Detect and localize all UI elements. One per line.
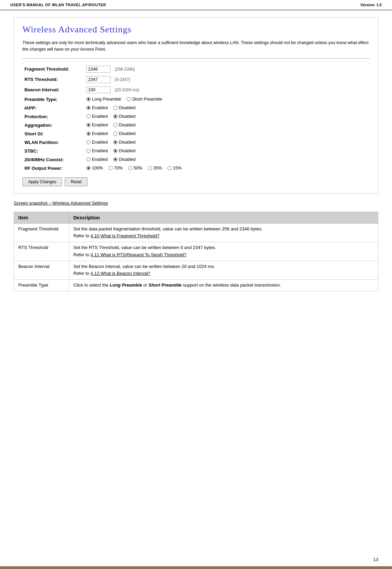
wlan-partition-disabled-radio[interactable]	[113, 140, 117, 144]
aggregation-disabled-label: Disabled	[119, 123, 136, 127]
beacon-interval-input-cell	[84, 85, 113, 95]
preamble-short-radio[interactable]	[127, 97, 131, 101]
beacon-link[interactable]: 4.12 What is Beacon Interval?	[91, 271, 150, 276]
rf-power-100-radio[interactable]	[86, 166, 91, 170]
preamble-short-label: Short Preamble	[132, 97, 162, 102]
short-gi-disabled-option[interactable]: Disabled	[113, 131, 136, 136]
apply-changes-button[interactable]: Apply Changes	[22, 177, 62, 186]
page-header: USER'S MANUAL OF WLAN TRAVEL AP/ROUTER V…	[0, 0, 392, 10]
screenshot-caption[interactable]: Screen snapshot – Wireless Advanced Sett…	[14, 200, 108, 206]
preamble-long-option[interactable]: Long Preamble	[86, 97, 121, 102]
stbc-disabled-label: Disabled	[119, 148, 136, 153]
short-gi-enabled-option[interactable]: Enabled	[86, 131, 108, 136]
protection-label: Protection:	[22, 112, 84, 121]
wlan-partition-enabled-radio[interactable]	[86, 140, 91, 144]
rf-power-100-option[interactable]: 100%	[86, 166, 103, 170]
short-preamble-text: Short Preamble	[148, 282, 182, 288]
preamble-short-option[interactable]: Short Preamble	[127, 97, 162, 102]
rf-power-50-option[interactable]: 50%	[128, 166, 142, 170]
table-row: RTS Threshold Set the RTS Threshold, val…	[14, 242, 378, 261]
rf-power-35-option[interactable]: 35%	[148, 166, 162, 170]
table-row: Beacon Interval Set the Beacon Interval,…	[14, 261, 378, 280]
aggregation-enabled-radio[interactable]	[86, 123, 91, 127]
table-header-item: Item	[14, 212, 69, 223]
aggregation-enabled-option[interactable]: Enabled	[86, 123, 108, 127]
preamble-long-label: Long Preamble	[92, 97, 121, 102]
rf-power-15-option[interactable]: 15%	[167, 166, 182, 170]
coexist-enabled-option[interactable]: Enabled	[86, 157, 108, 162]
rf-power-100-label: 100%	[92, 166, 103, 170]
aggregation-radio-group: Enabled Disabled	[86, 123, 368, 127]
rf-power-70-radio[interactable]	[109, 166, 113, 170]
bottom-bar	[0, 566, 392, 569]
header-left-text: USER'S MANUAL OF WLAN TRAVEL AP/ROUTER	[10, 3, 106, 7]
stbc-enabled-radio[interactable]	[86, 149, 91, 153]
coexist-disabled-radio[interactable]	[113, 157, 117, 162]
protection-disabled-option[interactable]: Disabled	[113, 114, 136, 119]
rf-power-50-radio[interactable]	[128, 166, 132, 170]
aggregation-disabled-radio[interactable]	[113, 123, 117, 127]
table-header-description: Description	[69, 212, 378, 223]
settings-panel: Wireless Advanced Settings These setting…	[14, 17, 378, 194]
table-desc-beacon: Set the Beacon Interval, value can be wr…	[69, 261, 378, 280]
wlan-partition-enabled-option[interactable]: Enabled	[86, 140, 108, 145]
iapp-disabled-label: Disabled	[119, 105, 136, 110]
iapp-label: IAPP:	[22, 104, 84, 112]
iapp-disabled-option[interactable]: Disabled	[113, 105, 136, 110]
protection-disabled-label: Disabled	[119, 114, 136, 119]
iapp-disabled-radio[interactable]	[113, 106, 117, 110]
fragment-threshold-input[interactable]	[86, 66, 111, 73]
short-gi-row: Short GI: Enabled Disabled	[22, 130, 370, 138]
wlan-partition-enabled-label: Enabled	[92, 140, 108, 145]
preamble-type-label: Preamble Type:	[22, 95, 84, 104]
rf-power-70-option[interactable]: 70%	[109, 166, 123, 170]
rts-threshold-input[interactable]	[86, 76, 111, 83]
table-item-beacon: Beacon Interval	[14, 261, 69, 280]
coexist-disabled-option[interactable]: Disabled	[113, 157, 136, 162]
rf-power-15-label: 15%	[173, 166, 182, 170]
beacon-interval-range: (20-1024 ms)	[113, 85, 370, 95]
protection-options: Enabled Disabled	[84, 112, 370, 121]
preamble-long-radio[interactable]	[86, 97, 91, 101]
coexist-enabled-label: Enabled	[92, 157, 108, 162]
stbc-radio-group: Enabled Disabled	[86, 148, 368, 153]
stbc-disabled-radio[interactable]	[113, 149, 117, 153]
protection-enabled-option[interactable]: Enabled	[86, 114, 108, 119]
short-gi-disabled-radio[interactable]	[113, 132, 117, 136]
protection-disabled-radio[interactable]	[113, 114, 117, 118]
stbc-disabled-option[interactable]: Disabled	[113, 148, 136, 153]
stbc-options: Enabled Disabled	[84, 147, 370, 155]
wlan-partition-row: WLAN Partition: Enabled Disabled	[22, 138, 370, 147]
rf-power-radio-group: 100% 70% 50%	[86, 166, 368, 170]
aggregation-label: Aggregation:	[22, 121, 84, 130]
wlan-partition-disabled-option[interactable]: Disabled	[113, 140, 136, 145]
table-desc-rts: Set the RTS Threshold, value can be writ…	[69, 242, 378, 261]
short-gi-enabled-radio[interactable]	[86, 132, 91, 136]
table-item-fragment: Fragment Threshold	[14, 223, 69, 242]
fragment-threshold-label: Fragment Threshold:	[22, 64, 84, 74]
coexist-radio-group: Enabled Disabled	[86, 157, 368, 162]
aggregation-options: Enabled Disabled	[84, 121, 370, 130]
iapp-enabled-radio[interactable]	[86, 106, 91, 110]
settings-title: Wireless Advanced Settings	[22, 24, 370, 35]
rf-power-35-radio[interactable]	[148, 166, 152, 170]
iapp-enabled-option[interactable]: Enabled	[86, 105, 108, 110]
wlan-partition-radio-group: Enabled Disabled	[86, 140, 368, 145]
page-number: 13	[373, 557, 378, 562]
main-content: Wireless Advanced Settings These setting…	[0, 10, 392, 298]
beacon-interval-input[interactable]	[86, 86, 111, 93]
coexist-disabled-label: Disabled	[119, 157, 136, 162]
aggregation-disabled-option[interactable]: Disabled	[113, 123, 136, 127]
header-right-text: Version: 1.0	[360, 3, 382, 7]
fragment-link[interactable]: 4.10 What is Fragment Threshold?	[91, 233, 159, 238]
coexist-enabled-radio[interactable]	[86, 157, 91, 162]
wlan-partition-disabled-label: Disabled	[119, 140, 136, 145]
preamble-type-options: Long Preamble Short Preamble	[84, 95, 370, 104]
rts-link[interactable]: 4.11 What is RTS(Request To Send) Thresh…	[91, 252, 186, 257]
rf-power-15-radio[interactable]	[167, 166, 172, 170]
preamble-radio-group: Long Preamble Short Preamble	[86, 97, 368, 102]
stbc-enabled-option[interactable]: Enabled	[86, 148, 108, 153]
protection-enabled-radio[interactable]	[86, 114, 91, 118]
rf-power-label: RF Output Power:	[22, 164, 84, 173]
reset-button[interactable]: Reset	[65, 177, 87, 186]
